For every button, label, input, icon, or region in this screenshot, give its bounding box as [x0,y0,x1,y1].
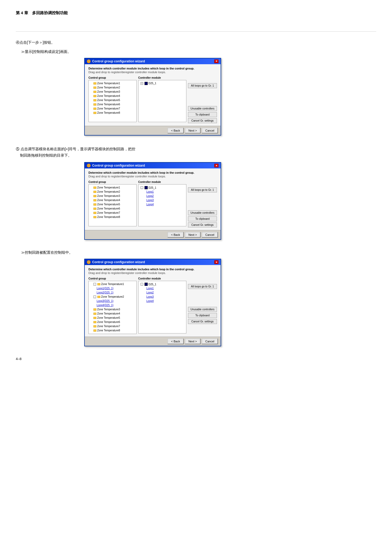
dialog-3-close-button[interactable]: ✕ [214,260,219,264]
dialog-2-cg-panel[interactable]: Zone Temperature1 Zone Temperature2 Zone… [88,184,137,226]
list-item[interactable]: Loop2 [140,194,185,198]
dialog-1-cm-label: Controller module [138,76,186,79]
dialog-1-instruction: Determine which controller module includ… [88,67,217,70]
dialog-1-titlebar: 🔧 Control group configuration wizard ✕ [85,58,221,64]
list-item[interactable]: Loop3 [140,198,185,202]
dialog-3-wrapper: 🔧 Control group configuration wizard ✕ D… [84,259,376,346]
dialog-1-cg-panel[interactable]: Zone Temperature1 Zone Temperature2 Zone… [88,80,137,122]
cancel-gr-settings-button-3[interactable]: Cancel Gr. settings [188,319,217,324]
dialog-3-cg-label: Control group [88,277,137,280]
list-item: Zone Temperature7 [90,211,135,215]
list-item: Zone Temperature3 [90,194,135,198]
dialog-1-cg-label: Control group [88,76,137,79]
list-item: Zone Temperature1 [90,81,135,86]
cancel-button-2[interactable]: Cancel [202,232,218,238]
dialog-3-cg-panel[interactable]: - Zone Temperature1 Loop1(D25_1) Loop2(D… [88,281,137,334]
dialog-1-cm-panel[interactable]: + D25_1 [138,80,186,122]
cancel-gr-settings-button[interactable]: Cancel Gr. settings [188,118,217,123]
next-button-1[interactable]: Next > [185,128,201,133]
unusable-controllers-button-2[interactable]: Unusable controllers [188,210,217,215]
expand-icon[interactable]: - [141,283,143,286]
list-item: Zone Temperature3 [90,307,135,312]
dialog-3-footer: < Back Next > Cancel [85,337,221,346]
dialog-2-close-button[interactable]: ✕ [214,164,219,167]
list-item[interactable]: Loop3 [140,295,185,299]
list-item: Zone Temperature6 [90,102,135,107]
list-item: Zone Temperature4 [90,198,135,202]
page-footer: 4–8 [16,357,376,361]
dialog-2-right-buttons: All loops go to Gr. 1 Unusable controlle… [188,181,217,227]
list-item[interactable]: Loop1 [140,286,185,291]
dialog-3-controller-panel: Controller module - D25_1 Loop1 Loop2 Lo… [138,277,186,334]
all-loops-gr1-button[interactable]: All loops go to Gr. 1 [188,83,217,88]
unusable-controllers-button-3[interactable]: Unusable controllers [188,307,217,312]
dialog-3-title: Control group configuration wizard [92,260,145,264]
chapter-header: 第 4 章 多回路协调控制功能 [16,11,376,16]
dialog-3-body: Determine which controller module includ… [85,265,221,337]
dialog-1-wrapper: 🔧 Control group configuration wizard ✕ D… [84,58,376,136]
list-item: Zone Temperature2 [90,86,135,90]
expand-icon[interactable]: - [93,283,96,286]
dialog-2-cm-panel[interactable]: - D25_1 Loop1 Loop2 Loop3 Loop4 [138,184,186,226]
dialog-1-title: Control group configuration wizard [92,59,145,63]
dialog-1-close-button[interactable]: ✕ [214,59,219,63]
list-item: Zone Temperature8 [90,215,135,219]
to-clipboard-button[interactable]: To clipboard [188,112,217,117]
wizard-dialog-1: 🔧 Control group configuration wizard ✕ D… [84,58,221,136]
dialog-2-footer: < Back Next > Cancel [85,230,221,239]
all-loops-gr1-button-3[interactable]: All loops go to Gr. 1 [188,284,217,289]
back-button-3[interactable]: < Back [167,338,184,344]
dialog-3-titlebar: 🔧 Control group configuration wizard ✕ [85,259,221,265]
dialog-1-icon: 🔧 [87,59,91,63]
dialog-3-sub-instruction: Drag and drop to register/deregister con… [88,271,217,274]
to-clipboard-button-3[interactable]: To clipboard [188,313,217,318]
controller-node: + D25_1 [140,81,185,86]
dialog-1-sub-instruction: Drag and drop to register/deregister con… [88,71,217,74]
list-item[interactable]: Loop4 [140,299,185,303]
list-item[interactable]: Loop2 [140,291,185,295]
section-2-prefix: ⑤ [16,147,19,151]
unusable-controllers-button[interactable]: Unusable controllers [188,106,217,111]
to-clipboard-button-2[interactable]: To clipboard [188,216,217,221]
expand-icon[interactable]: - [93,296,96,298]
dialog-2-body: Determine which controller module includ… [85,168,221,230]
page-number: 4–8 [16,357,22,361]
dialog-3-right-buttons: All loops go to Gr. 1 Unusable controlle… [188,277,217,324]
dialog-3-cm-panel[interactable]: - D25_1 Loop1 Loop2 Loop3 Loop4 [138,281,186,333]
dialog-1-right-buttons: All loops go to Gr. 1 Unusable controlle… [188,76,217,123]
expand-icon[interactable]: + [141,82,143,85]
dialog-3-icon: 🔧 [87,260,91,264]
dialog-3-control-group-panel: Control group - Zone Temperature1 Loop1(… [88,277,137,334]
dialog-3-columns: Control group - Zone Temperature1 Loop1(… [88,277,217,334]
list-item: Zone Temperature2 [90,190,135,194]
dialog-2-instruction: Determine which controller module includ… [88,171,217,174]
controller-node: - D25_1 [140,186,185,190]
cancel-gr-settings-button-2[interactable]: Cancel Gr. settings [188,222,217,227]
next-button-3[interactable]: Next > [185,338,201,344]
next-button-2[interactable]: Next > [185,232,201,238]
cancel-button-1[interactable]: Cancel [202,128,218,133]
list-item[interactable]: Loop1 [140,190,185,194]
dialog-2-control-group-panel: Control group Zone Temperature1 Zone Tem… [88,181,137,226]
node-icon [145,186,148,189]
node-icon [145,82,148,85]
list-item[interactable]: Loop4 [140,202,185,207]
back-button-1[interactable]: < Back [167,128,184,133]
expand-icon[interactable]: - [141,186,143,189]
list-item: Zone Temperature8 [90,111,135,115]
dialog-1-controller-panel: Controller module + D25_1 [138,76,186,122]
cancel-button-3[interactable]: Cancel [202,338,218,344]
dialog-1-body: Determine which controller module includ… [85,64,221,126]
section-2: ⑤ 点击调节器模块名称左面的[+]符号，显示调节器模块的控制回路，把控 制回路拖… [16,146,376,240]
list-item: Zone Temperature6 [90,207,135,211]
dialog-2-wrapper: 🔧 Control group configuration wizard ✕ D… [84,162,376,240]
section-3-subtitle: ≫控制回路被配置在控制组中。 [16,250,376,255]
section-1-prefix: ④ [16,40,19,44]
controller-node: - D25_1 [140,282,185,286]
dialog-2-sub-instruction: Drag and drop to register/deregister con… [88,175,217,178]
list-item: Loop2(D25_1) [90,291,135,295]
back-button-2[interactable]: < Back [167,232,184,238]
all-loops-gr1-button-2[interactable]: All loops go to Gr. 1 [188,187,217,192]
list-item: - Zone Temperature2 [90,295,135,299]
dialog-2-titlebar: 🔧 Control group configuration wizard ✕ [85,163,221,168]
